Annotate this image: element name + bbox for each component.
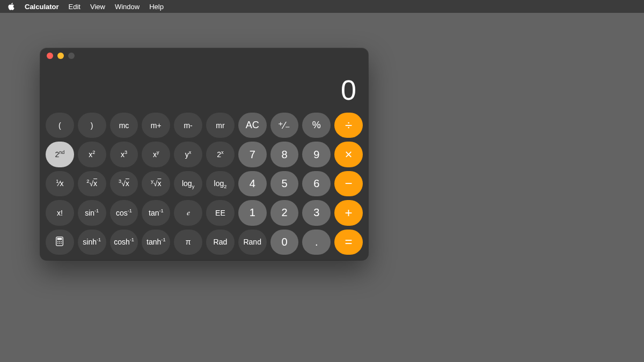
key-e[interactable]: 𝑒	[174, 200, 202, 225]
key-8[interactable]: 8	[270, 142, 299, 167]
key-0[interactable]: 0	[270, 230, 299, 255]
key-2nd[interactable]: 2nd	[46, 142, 74, 167]
key-multiply[interactable]: ×	[334, 142, 363, 167]
key-asin-label: sin-1	[85, 209, 99, 217]
key-log-y[interactable]: logy	[174, 171, 202, 196]
menu-view[interactable]: View	[90, 3, 105, 11]
svg-point-2	[57, 241, 58, 242]
key-mc[interactable]: mc	[110, 113, 138, 138]
svg-point-4	[61, 241, 62, 242]
key-2nd-label: 2nd	[55, 150, 64, 159]
key-3[interactable]: 3	[302, 200, 331, 225]
svg-rect-1	[57, 238, 62, 240]
key-1[interactable]: 1	[238, 200, 267, 225]
key-log-2-label: log2	[214, 179, 227, 188]
calculator-window: 0 ( ) mc m+ m- mr AC ⁺⁄₋ % ÷ 2nd x2 x3 x…	[40, 48, 368, 260]
key-atan-label: tan-1	[149, 209, 164, 217]
key-acos-label: cos-1	[116, 209, 132, 217]
key-cube-root[interactable]: 3√x	[110, 171, 138, 196]
keypad: ( ) mc m+ m- mr AC ⁺⁄₋ % ÷ 2nd x2 x3 xy …	[40, 113, 368, 260]
menu-window[interactable]: Window	[115, 3, 140, 11]
svg-point-3	[59, 241, 60, 242]
key-y-root-label: y√x	[151, 179, 161, 188]
key-minus[interactable]: −	[334, 171, 363, 196]
key-ee[interactable]: EE	[206, 200, 235, 225]
key-acos[interactable]: cos-1	[110, 200, 138, 225]
key-log-2[interactable]: log2	[206, 171, 235, 196]
menu-edit[interactable]: Edit	[69, 3, 80, 11]
key-square-root-label: 2√x	[86, 179, 97, 188]
svg-point-7	[61, 242, 62, 243]
menubar-app-name[interactable]: Calculator	[25, 3, 59, 11]
key-mr[interactable]: mr	[206, 113, 235, 138]
key-decimal[interactable]: .	[302, 230, 331, 255]
key-asinh[interactable]: sinh-1	[78, 230, 106, 255]
key-x-squared-label: x2	[89, 150, 95, 159]
key-atan[interactable]: tan-1	[142, 200, 170, 225]
key-7[interactable]: 7	[238, 142, 267, 167]
key-cube-root-label: 3√x	[119, 179, 129, 188]
key-ac[interactable]: AC	[238, 113, 267, 138]
key-rand[interactable]: Rand	[238, 230, 267, 255]
key-2-power-x-label: 2x	[217, 150, 223, 159]
menubar: Calculator Edit View Window Help	[0, 0, 644, 13]
key-m-minus[interactable]: m-	[174, 113, 202, 138]
key-2-power-x[interactable]: 2x	[206, 142, 235, 167]
key-pi[interactable]: π	[174, 230, 202, 255]
key-x-power-y[interactable]: xy	[142, 142, 170, 167]
key-9[interactable]: 9	[302, 142, 331, 167]
calculator-icon	[55, 237, 64, 248]
key-equals[interactable]: =	[334, 230, 363, 255]
key-atanh-label: tanh-1	[147, 238, 165, 246]
key-sign[interactable]: ⁺⁄₋	[270, 113, 299, 138]
calculator-display: 0	[40, 63, 368, 113]
key-y-root[interactable]: y√x	[142, 171, 170, 196]
key-4[interactable]: 4	[238, 171, 267, 196]
key-left-paren[interactable]: (	[46, 113, 74, 138]
key-x-squared[interactable]: x2	[78, 142, 106, 167]
key-factorial[interactable]: x!	[46, 200, 74, 225]
key-y-power-x-label: yx	[185, 150, 192, 159]
window-zoom-button[interactable]	[68, 53, 75, 59]
key-5[interactable]: 5	[270, 171, 299, 196]
key-m-plus[interactable]: m+	[142, 113, 170, 138]
key-asinh-label: sinh-1	[83, 238, 101, 246]
key-x-cubed-label: x3	[121, 150, 127, 159]
key-atanh[interactable]: tanh-1	[142, 230, 170, 255]
key-right-paren[interactable]: )	[78, 113, 106, 138]
key-calculator-mode[interactable]	[46, 230, 74, 255]
key-plus[interactable]: +	[334, 200, 363, 225]
key-reciprocal[interactable]: 1⁄x	[46, 171, 74, 196]
key-x-power-y-label: xy	[153, 150, 159, 159]
svg-point-6	[59, 242, 60, 243]
key-percent[interactable]: %	[302, 113, 331, 138]
window-minimize-button[interactable]	[57, 53, 64, 59]
key-divide[interactable]: ÷	[334, 113, 363, 138]
titlebar	[40, 48, 368, 63]
key-acosh-label: cosh-1	[114, 238, 134, 246]
key-x-cubed[interactable]: x3	[110, 142, 138, 167]
key-square-root[interactable]: 2√x	[78, 171, 106, 196]
key-acosh[interactable]: cosh-1	[110, 230, 138, 255]
key-2[interactable]: 2	[270, 200, 299, 225]
menu-help[interactable]: Help	[149, 3, 164, 11]
key-y-power-x[interactable]: yx	[174, 142, 202, 167]
svg-point-5	[57, 242, 58, 243]
key-reciprocal-label: 1⁄x	[56, 179, 63, 188]
key-rad[interactable]: Rad	[206, 230, 235, 255]
apple-logo-icon[interactable]	[8, 3, 15, 10]
key-asin[interactable]: sin-1	[78, 200, 106, 225]
window-close-button[interactable]	[47, 53, 53, 59]
key-6[interactable]: 6	[302, 171, 331, 196]
key-log-y-label: logy	[182, 179, 194, 188]
